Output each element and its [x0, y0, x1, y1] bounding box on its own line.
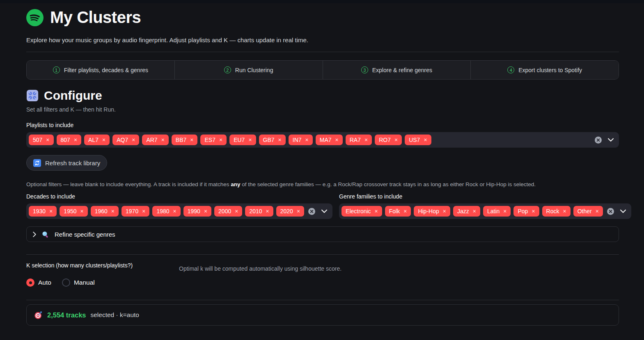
- radio-option[interactable]: Auto: [26, 278, 51, 287]
- status-bar: 2,554 tracks selected · k=auto: [26, 304, 619, 326]
- genre-tag: Other ×: [573, 206, 603, 217]
- tag-remove-icon[interactable]: ×: [49, 208, 53, 214]
- genre-tag: Hip-Hop ×: [414, 206, 450, 217]
- decades-label: Decades to include: [26, 193, 332, 200]
- tag-remove-icon[interactable]: ×: [335, 137, 339, 143]
- tag-label: Electronic: [346, 208, 371, 214]
- playlist-tag: AR7 ×: [142, 135, 168, 145]
- tag-remove-icon[interactable]: ×: [305, 137, 309, 143]
- tag-remove-icon[interactable]: ×: [46, 137, 49, 143]
- tag-remove-icon[interactable]: ×: [173, 208, 176, 214]
- tag-remove-icon[interactable]: ×: [219, 137, 222, 143]
- tag-label: BB7: [176, 137, 186, 143]
- tag-label: 1950: [64, 208, 76, 214]
- tag-remove-icon[interactable]: ×: [80, 208, 84, 214]
- tag-label: 1930: [33, 208, 46, 214]
- refine-genres-expander[interactable]: Refine specific genres: [26, 226, 619, 242]
- tag-remove-icon[interactable]: ×: [132, 137, 135, 143]
- page-title: My Clusters: [50, 8, 141, 27]
- page: My Clusters Explore how your music group…: [0, 8, 644, 326]
- status-text: selected · k=auto: [91, 311, 139, 319]
- radio-icon: [26, 278, 34, 287]
- genres-label: Genre families to include: [339, 193, 631, 200]
- decade-tag: 2000 ×: [214, 206, 242, 217]
- tag-label: GB7: [263, 137, 275, 143]
- note-text: Optional filters — leave blank to includ…: [26, 181, 231, 187]
- tag-remove-icon[interactable]: ×: [190, 137, 193, 143]
- playlist-tag: AL7 ×: [84, 135, 110, 145]
- chevron-down-icon[interactable]: [620, 210, 626, 213]
- playlist-tag: MA7 ×: [316, 135, 343, 145]
- app-header: My Clusters: [26, 8, 619, 27]
- tag-label: Latin: [487, 208, 500, 214]
- tag-remove-icon[interactable]: ×: [266, 208, 269, 214]
- stepper-step[interactable]: 3 Explore & refine genres: [323, 61, 471, 79]
- playlist-tag: ES7 ×: [200, 135, 227, 145]
- tag-remove-icon[interactable]: ×: [443, 208, 446, 214]
- spotify-logo-icon: [26, 9, 44, 26]
- tag-remove-icon[interactable]: ×: [563, 208, 566, 214]
- expander-label: Refine specific genres: [55, 231, 115, 238]
- radio-option[interactable]: Manual: [62, 278, 95, 287]
- tag-remove-icon[interactable]: ×: [74, 137, 77, 143]
- step-label: Export clusters to Spotify: [518, 67, 582, 73]
- tag-remove-icon[interactable]: ×: [532, 208, 535, 214]
- tag-label: Jazz: [457, 208, 469, 214]
- multiselect-controls: [304, 208, 327, 215]
- tag-remove-icon[interactable]: ×: [596, 208, 599, 214]
- tag-remove-icon[interactable]: ×: [102, 137, 105, 143]
- tag-remove-icon[interactable]: ×: [142, 208, 145, 214]
- chevron-down-icon[interactable]: [608, 138, 614, 141]
- tag-remove-icon[interactable]: ×: [204, 208, 207, 214]
- tag-label: Pop: [518, 208, 528, 214]
- tag-label: MA7: [320, 137, 332, 143]
- multiselect-controls: [603, 208, 626, 215]
- radio-icon: [62, 278, 70, 287]
- tag-remove-icon[interactable]: ×: [278, 137, 282, 143]
- stepper-step[interactable]: 4 Export clusters to Spotify: [471, 61, 619, 79]
- genre-tag: Folk ×: [385, 206, 411, 217]
- playlist-tag: BB7 ×: [172, 135, 198, 145]
- stepper-step[interactable]: 2 Run Clustering: [175, 61, 323, 79]
- tag-remove-icon[interactable]: ×: [424, 137, 427, 143]
- tag-remove-icon[interactable]: ×: [375, 208, 378, 214]
- tag-remove-icon[interactable]: ×: [297, 208, 300, 214]
- genres-column: Genre families to include Electronic × F…: [339, 193, 631, 219]
- tag-label: 1970: [126, 208, 138, 214]
- tag-remove-icon[interactable]: ×: [364, 137, 368, 143]
- refresh-button-label: Refresh track library: [45, 160, 100, 167]
- decades-column: Decades to include 1930 × 1950 ×: [26, 193, 332, 219]
- tag-label: EU7: [234, 137, 245, 143]
- decade-tag: 1970 ×: [121, 206, 149, 217]
- decades-multiselect[interactable]: 1930 × 1950 × 1960 ×: [26, 203, 332, 219]
- tag-remove-icon[interactable]: ×: [394, 137, 398, 143]
- tag-remove-icon[interactable]: ×: [111, 208, 115, 214]
- playlists-multiselect[interactable]: 507 × 807 × AL7 × AQ7 ×: [26, 132, 619, 148]
- genre-tag: Rock ×: [542, 206, 571, 217]
- playlist-tag: 507 ×: [29, 135, 54, 145]
- clear-all-icon[interactable]: [308, 208, 315, 215]
- tag-label: RO7: [379, 137, 391, 143]
- tag-label: US7: [409, 137, 420, 143]
- tag-remove-icon[interactable]: ×: [473, 208, 476, 214]
- tag-remove-icon[interactable]: ×: [161, 137, 165, 143]
- note-text: of the selected genre families — e.g. a …: [241, 181, 536, 187]
- clear-all-icon[interactable]: [607, 208, 614, 215]
- genres-multiselect[interactable]: Electronic × Folk × Hip-Hop ×: [339, 203, 631, 219]
- decade-tag: 1990 ×: [183, 206, 211, 217]
- k-selection-label: K selection (how many clusters/playlists…: [26, 262, 179, 269]
- refresh-track-library-button[interactable]: Refresh track library: [26, 155, 107, 171]
- playlists-label: Playlists to include: [26, 122, 619, 128]
- playlist-tag: EU7 ×: [229, 135, 256, 145]
- step-label: Filter playlists, decades & genres: [64, 67, 148, 73]
- playlist-tag: 807 ×: [57, 135, 82, 145]
- tag-remove-icon[interactable]: ×: [235, 208, 238, 214]
- genre-tag: Latin ×: [483, 206, 511, 217]
- tag-remove-icon[interactable]: ×: [403, 208, 407, 214]
- stepper-step[interactable]: 1 Filter playlists, decades & genres: [27, 61, 175, 79]
- clear-all-icon[interactable]: [595, 137, 602, 144]
- tag-remove-icon[interactable]: ×: [503, 208, 506, 214]
- chevron-down-icon[interactable]: [321, 210, 327, 213]
- tag-remove-icon[interactable]: ×: [248, 137, 252, 143]
- decade-tag: 1960 ×: [91, 206, 119, 217]
